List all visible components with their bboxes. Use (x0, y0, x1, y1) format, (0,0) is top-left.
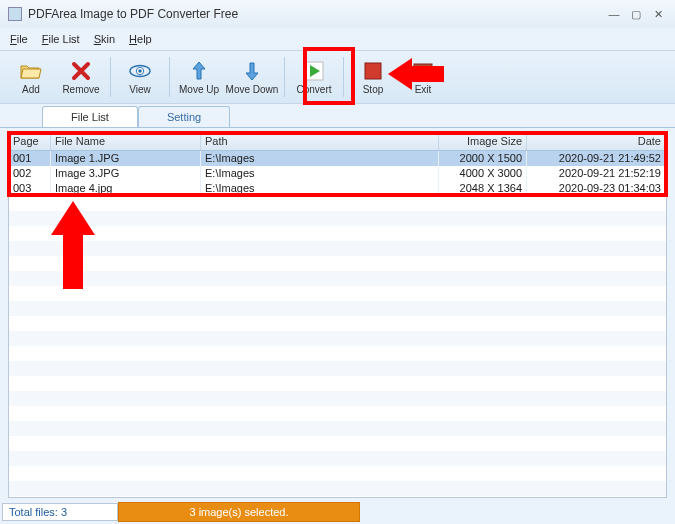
view-label: View (129, 84, 151, 95)
remove-label: Remove (62, 84, 99, 95)
play-icon (303, 60, 325, 82)
col-date[interactable]: Date (527, 133, 666, 150)
stop-label: Stop (363, 84, 384, 95)
exit-label: Exit (415, 84, 432, 95)
view-button[interactable]: View (115, 53, 165, 101)
stop-button[interactable]: Stop (348, 53, 398, 101)
cell-path: E:\Images (201, 151, 439, 166)
status-total: Total files: 3 (2, 503, 118, 521)
svg-point-2 (138, 69, 142, 73)
svg-rect-6 (416, 68, 422, 76)
table-row[interactable]: 003 Image 4.jpg E:\Images 2048 X 1364 20… (9, 181, 666, 196)
add-button[interactable]: Add (6, 53, 56, 101)
cell-page: 003 (9, 181, 51, 196)
menubar: File File List Skin Help (0, 28, 675, 50)
movedown-label: Move Down (226, 84, 279, 95)
cell-date: 2020-09-21 21:52:19 (527, 166, 666, 181)
cell-path: E:\Images (201, 181, 439, 196)
app-icon (8, 7, 22, 21)
cell-filename: Image 1.JPG (51, 151, 201, 166)
empty-rows (9, 196, 666, 497)
remove-button[interactable]: Remove (56, 53, 106, 101)
x-icon (70, 60, 92, 82)
add-label: Add (22, 84, 40, 95)
cell-date: 2020-09-23 01:34:03 (527, 181, 666, 196)
cell-filename: Image 4.jpg (51, 181, 201, 196)
grid-body: 001 Image 1.JPG E:\Images 2000 X 1500 20… (9, 151, 666, 497)
exit-button[interactable]: Exit (398, 53, 448, 101)
col-filename[interactable]: File Name (51, 133, 201, 150)
cell-size: 4000 X 3000 (439, 166, 527, 181)
table-row[interactable]: 001 Image 1.JPG E:\Images 2000 X 1500 20… (9, 151, 666, 166)
arrow-up-icon (188, 60, 210, 82)
exit-icon (412, 60, 434, 82)
col-imagesize[interactable]: Image Size (439, 133, 527, 150)
table-row[interactable]: 002 Image 3.JPG E:\Images 4000 X 3000 20… (9, 166, 666, 181)
cell-size: 2048 X 1364 (439, 181, 527, 196)
eye-icon (129, 60, 151, 82)
folder-open-icon (20, 60, 42, 82)
menu-file[interactable]: File (10, 33, 28, 45)
cell-path: E:\Images (201, 166, 439, 181)
toolbar: Add Remove View Move Up Move Down (0, 50, 675, 104)
grid-header: Page File Name Path Image Size Date (9, 133, 666, 151)
cell-filename: Image 3.JPG (51, 166, 201, 181)
moveup-label: Move Up (179, 84, 219, 95)
cell-page: 002 (9, 166, 51, 181)
window: PDFArea Image to PDF Converter Free — ▢ … (0, 0, 675, 524)
tab-filelist[interactable]: File List (42, 106, 138, 127)
col-path[interactable]: Path (201, 133, 439, 150)
convert-label: Convert (296, 84, 331, 95)
status-selected: 3 image(s) selected. (118, 502, 360, 522)
titlebar: PDFArea Image to PDF Converter Free — ▢ … (0, 0, 675, 28)
menu-help[interactable]: Help (129, 33, 152, 45)
statusbar: Total files: 3 3 image(s) selected. (0, 500, 675, 524)
minimize-button[interactable]: — (605, 7, 623, 21)
menu-filelist[interactable]: File List (42, 33, 80, 45)
convert-button[interactable]: Convert (289, 53, 339, 101)
col-page[interactable]: Page (9, 133, 51, 150)
close-button[interactable]: ✕ (649, 7, 667, 21)
menu-skin[interactable]: Skin (94, 33, 115, 45)
stop-icon (362, 60, 384, 82)
file-grid: Page File Name Path Image Size Date 001 … (8, 132, 667, 498)
cell-size: 2000 X 1500 (439, 151, 527, 166)
movedown-button[interactable]: Move Down (224, 53, 280, 101)
tabstrip: File List Setting (0, 104, 675, 128)
tab-setting[interactable]: Setting (138, 106, 230, 127)
window-title: PDFArea Image to PDF Converter Free (28, 7, 238, 21)
arrow-down-icon (241, 60, 263, 82)
moveup-button[interactable]: Move Up (174, 53, 224, 101)
cell-page: 001 (9, 151, 51, 166)
maximize-button[interactable]: ▢ (627, 7, 645, 21)
cell-date: 2020-09-21 21:49:52 (527, 151, 666, 166)
svg-rect-4 (365, 63, 381, 79)
